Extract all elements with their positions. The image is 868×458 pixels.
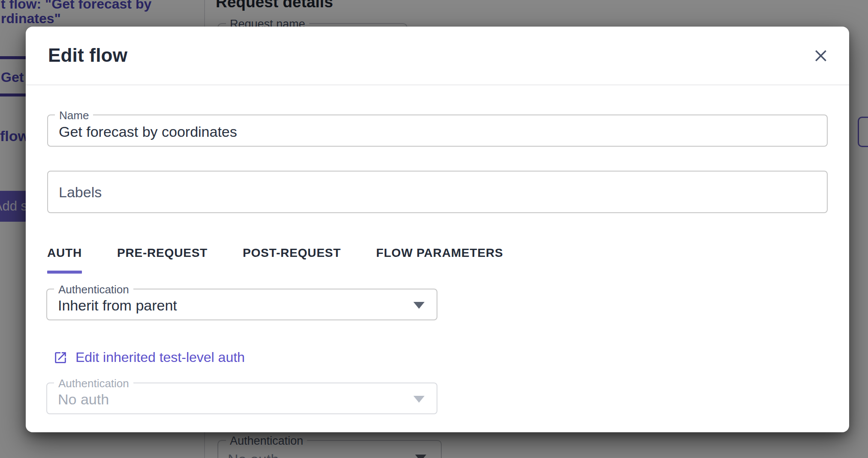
dialog-tabs: AUTH PRE-REQUEST POST-REQUEST FLOW PARAM… [47, 232, 503, 274]
tab-flow-parameters-label: FLOW PARAMETERS [376, 246, 503, 260]
tab-post-request-label: POST-REQUEST [243, 246, 341, 260]
name-input[interactable]: Name Get forecast by coordinates [47, 114, 828, 147]
tab-auth[interactable]: AUTH [47, 232, 82, 274]
authentication-select-label: Authentication [54, 283, 133, 296]
labels-input[interactable]: Labels [47, 171, 828, 213]
screen: t flow: "Get forecast by rdinates" Get f… [0, 0, 868, 458]
dialog-title: Edit flow [48, 45, 127, 66]
tab-pre-request[interactable]: PRE-REQUEST [117, 232, 208, 274]
dropdown-arrow-icon [413, 302, 425, 309]
open-in-new-icon [53, 350, 68, 365]
inherited-authentication-select-value: No auth [58, 391, 109, 408]
dropdown-arrow-icon [413, 396, 425, 403]
authentication-select[interactable]: Authentication Inherit from parent [46, 289, 437, 320]
name-input-label: Name [55, 108, 93, 122]
x-icon [812, 47, 829, 64]
inherited-authentication-select-label: Authentication [54, 377, 133, 390]
tab-auth-label: AUTH [47, 246, 82, 260]
edit-flow-dialog: Edit flow Name Get forecast by coordinat… [26, 27, 849, 432]
edit-inherited-auth-link-label: Edit inherited test-level auth [75, 350, 245, 365]
tab-flow-parameters[interactable]: FLOW PARAMETERS [376, 232, 503, 274]
labels-input-placeholder: Labels [59, 184, 102, 200]
edit-inherited-auth-link[interactable]: Edit inherited test-level auth [53, 350, 245, 365]
tab-post-request[interactable]: POST-REQUEST [243, 232, 341, 274]
active-tab-indicator [47, 271, 82, 274]
header-divider [26, 84, 849, 85]
close-button[interactable] [811, 46, 830, 65]
authentication-select-value: Inherit from parent [58, 297, 177, 314]
tab-pre-request-label: PRE-REQUEST [117, 246, 208, 260]
inherited-authentication-select-disabled: Authentication No auth [46, 383, 437, 414]
name-input-value: Get forecast by coordinates [59, 123, 237, 140]
